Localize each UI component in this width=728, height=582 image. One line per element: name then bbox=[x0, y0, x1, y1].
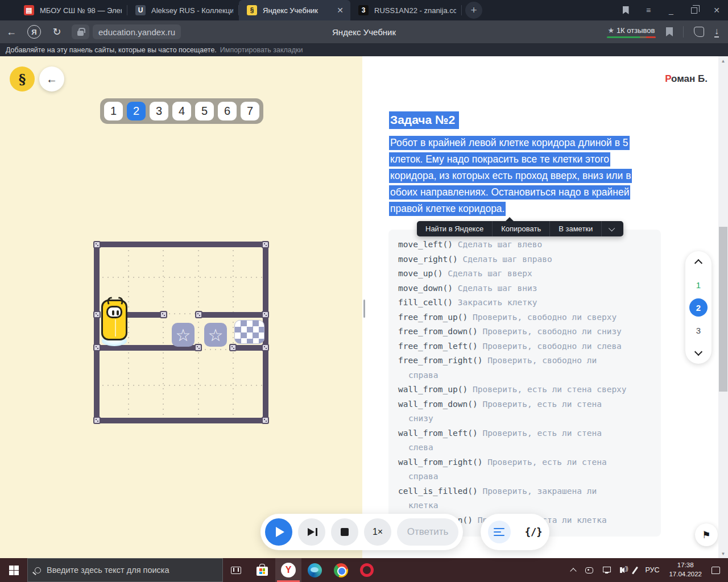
code-line: free_from_up() Проверить, свободно ли св… bbox=[398, 310, 661, 325]
task-view-button[interactable] bbox=[223, 558, 249, 582]
pager-number-1[interactable]: 1 bbox=[689, 276, 708, 294]
bookmarks-panel-icon[interactable] bbox=[614, 0, 637, 20]
step-button[interactable] bbox=[298, 518, 325, 546]
taskbar-search[interactable]: Введите здесь текст для поиска bbox=[27, 558, 223, 582]
pager-up-icon[interactable] bbox=[694, 259, 702, 267]
tab-close-icon[interactable]: ✕ bbox=[336, 6, 345, 15]
site-security-chip[interactable] bbox=[72, 24, 89, 39]
bookmark-icon[interactable] bbox=[666, 27, 673, 36]
chrome-icon bbox=[334, 563, 348, 577]
uchebnik-logo: § bbox=[10, 66, 35, 92]
selected-text-line: Робот в крайней левой клетке коридора дл… bbox=[389, 136, 630, 150]
back-to-lessons-button[interactable]: ← bbox=[39, 66, 64, 92]
yandex-browser-button[interactable]: Y bbox=[275, 558, 301, 582]
context-menu-item-3[interactable]: В заметки bbox=[550, 221, 602, 236]
import-bookmarks-link[interactable]: Импортировать закладки bbox=[220, 46, 303, 54]
code-line: wall_from_left() Проверить, есть ли стен… bbox=[398, 426, 661, 441]
speed-button[interactable]: 1× bbox=[364, 518, 391, 546]
panel-divider-handle[interactable] bbox=[363, 300, 365, 318]
opera-icon bbox=[360, 563, 374, 577]
view-toggle: {/} bbox=[481, 514, 549, 550]
volume-icon[interactable] bbox=[621, 567, 624, 573]
robot-api-reference: move_left() Сделать шаг влевоmove_right(… bbox=[388, 230, 661, 537]
task-number-4[interactable]: 4 bbox=[172, 102, 191, 120]
page-content: § ← 1234567 ☆ bbox=[0, 56, 728, 558]
network-icon[interactable] bbox=[603, 567, 611, 572]
selected-text-line: коридора, из которых есть проход вверх, … bbox=[389, 169, 632, 183]
tab-favicon: U bbox=[135, 5, 146, 15]
search-icon bbox=[35, 567, 41, 573]
code-line: wall_from_down() Проверить, есть ли стен… bbox=[398, 397, 661, 412]
selected-text-line: обоих направлениях. Остановиться надо в … bbox=[389, 185, 630, 199]
task-number-3[interactable]: 3 bbox=[150, 102, 168, 120]
close-button[interactable]: ✕ bbox=[705, 0, 728, 20]
robot-face bbox=[106, 306, 122, 318]
task-view-icon bbox=[231, 567, 241, 574]
browser-tab-4[interactable]: 3RUSS1AN22 - znanija.com bbox=[350, 0, 462, 20]
context-menu-item-2[interactable]: Копировать bbox=[493, 221, 550, 236]
task-number-7[interactable]: 7 bbox=[241, 102, 259, 120]
context-menu-item-1[interactable]: Найти в Яндексе bbox=[417, 221, 493, 236]
pager-number-3[interactable]: 3 bbox=[689, 321, 708, 339]
tab-strip: ▤МБОУ СШ № 98 — ЭлектрUAleksey RUS - Кол… bbox=[16, 0, 462, 20]
scroll-up-icon[interactable]: ▲ bbox=[718, 56, 728, 65]
page-scrollbar[interactable]: ▲ ▼ bbox=[718, 56, 728, 558]
browser-tab-1[interactable]: ▤МБОУ СШ № 98 — Электр bbox=[16, 0, 127, 20]
store-button[interactable] bbox=[249, 558, 275, 582]
selected-text-line: клеток. Ему надо покрасить все те клетки… bbox=[389, 152, 610, 167]
address-bar[interactable]: education.yandex.ru bbox=[93, 24, 181, 39]
time: 17:38 bbox=[669, 561, 702, 570]
menu-icon[interactable]: ≡ bbox=[637, 0, 660, 20]
pen-icon[interactable] bbox=[632, 566, 638, 574]
task-number-6[interactable]: 6 bbox=[218, 102, 237, 120]
task-number-5[interactable]: 5 bbox=[195, 102, 214, 120]
context-menu-more-icon[interactable] bbox=[602, 221, 623, 236]
language-indicator[interactable]: РУС bbox=[645, 566, 659, 574]
tab-label: Яндекс Учебник bbox=[263, 6, 330, 15]
code-line: move_up() Сделать шаг вверх bbox=[398, 267, 661, 281]
minimize-button[interactable]: _ bbox=[660, 0, 682, 20]
site-reviews-badge[interactable]: ★ 1К отзывов bbox=[607, 26, 656, 38]
code-view-icon[interactable]: {/} bbox=[525, 526, 543, 538]
browser-tab-3[interactable]: §Яндекс Учебник✕ bbox=[239, 0, 350, 20]
start-button[interactable] bbox=[0, 558, 27, 582]
star-cell: ☆ bbox=[204, 323, 227, 347]
new-tab-button[interactable]: + bbox=[465, 2, 482, 19]
download-icon[interactable]: ↓ bbox=[714, 27, 719, 38]
step-icon bbox=[308, 528, 315, 536]
edge-button[interactable] bbox=[301, 558, 328, 582]
tray-expand-icon[interactable] bbox=[570, 568, 576, 574]
task-number-2[interactable]: 2 bbox=[127, 102, 146, 120]
windows-taskbar: Введите здесь текст для поиска Y РУС 17:… bbox=[0, 558, 728, 582]
opera-button[interactable] bbox=[354, 558, 380, 582]
report-flag-button[interactable]: ⚑ bbox=[695, 523, 718, 546]
tab-label: Aleksey RUS - Коллекция м bbox=[151, 6, 233, 15]
tab-favicon: § bbox=[247, 5, 257, 15]
scrollbar-thumb[interactable] bbox=[719, 227, 727, 392]
clock[interactable]: 17:38 17.04.2022 bbox=[669, 561, 702, 579]
browser-tab-2[interactable]: UAleksey RUS - Коллекция м bbox=[127, 0, 239, 20]
tab-favicon: 3 bbox=[358, 5, 369, 15]
stop-button[interactable] bbox=[331, 518, 358, 546]
answer-button[interactable]: Ответить bbox=[397, 518, 458, 546]
text-view-icon[interactable] bbox=[488, 521, 511, 543]
pager-down-icon[interactable] bbox=[694, 348, 702, 356]
pager-number-2[interactable]: 2 bbox=[689, 298, 708, 317]
scroll-down-icon[interactable]: ▼ bbox=[718, 549, 728, 558]
play-button[interactable] bbox=[265, 518, 292, 546]
maze-wall-bottom bbox=[94, 418, 268, 423]
back-icon[interactable]: ← bbox=[0, 26, 23, 38]
refresh-icon[interactable]: ↻ bbox=[46, 26, 68, 38]
notifications-icon[interactable] bbox=[712, 567, 720, 574]
chrome-button[interactable] bbox=[328, 558, 354, 582]
task-description-panel: Роман Б. Задача №2 Робот в крайней левой… bbox=[369, 56, 718, 558]
yandex-home-icon[interactable]: Я bbox=[27, 25, 41, 39]
task-number-1[interactable]: 1 bbox=[104, 102, 123, 120]
selected-text-line: правой клетке коридора. bbox=[389, 202, 506, 216]
maze-wall-left bbox=[94, 242, 100, 423]
collections-icon[interactable] bbox=[694, 27, 704, 37]
code-line: wall_from_up() Проверить, есть ли стена … bbox=[398, 383, 661, 397]
camera-icon[interactable] bbox=[585, 567, 593, 573]
code-line: cell_is_filled() Проверить, закрашена ли bbox=[398, 484, 661, 499]
restore-button[interactable] bbox=[682, 0, 705, 20]
